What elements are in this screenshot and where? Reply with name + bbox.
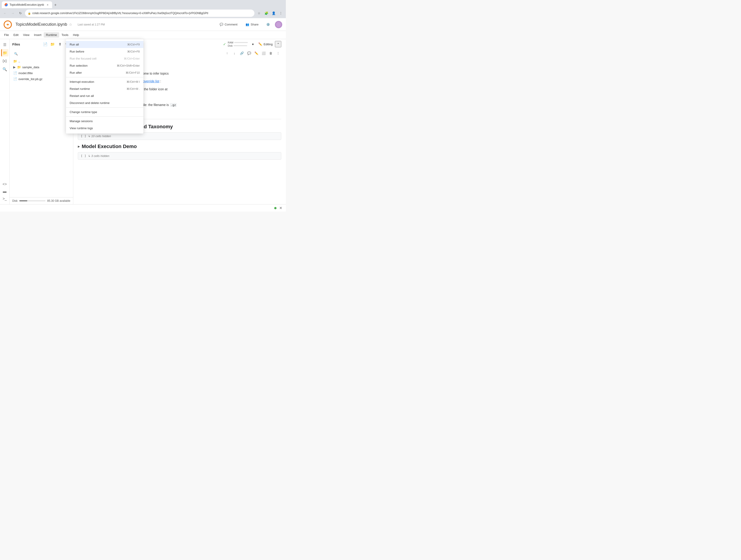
folder-expand-icon: ▶ <box>13 65 16 69</box>
tab-bar: TopicsModelExecution.ipynb ✕ + <box>0 0 286 8</box>
forward-button[interactable]: → <box>10 10 16 16</box>
extensions-button[interactable]: 🧩 <box>263 10 269 16</box>
edit-cell-button[interactable]: ✏️ <box>253 50 259 57</box>
new-folder-button[interactable]: 📁 <box>49 41 56 47</box>
menu-runtime[interactable]: Runtime <box>44 32 59 37</box>
menu-tools[interactable]: Tools <box>59 32 71 37</box>
move-up-button[interactable]: ↑ <box>224 50 230 57</box>
command-palette-button[interactable]: ▬ <box>1 188 8 195</box>
menu-run-all[interactable]: Run all ⌘/Ctrl+F9 <box>66 41 143 48</box>
mirror-button[interactable]: ⬜ <box>260 50 267 57</box>
user-avatar[interactable] <box>275 21 282 28</box>
status-dot <box>274 207 276 209</box>
toc-button[interactable]: ☰ <box>1 41 8 48</box>
code-snippets-button[interactable]: <> <box>1 181 8 188</box>
comment-cell-button[interactable]: 💬 <box>246 50 252 57</box>
variables-button[interactable]: {x} <box>1 57 8 65</box>
search-notebook-button[interactable]: 🔍 <box>1 66 8 73</box>
comment-icon: 💬 <box>220 23 223 26</box>
nav-bar: ← → ↻ 🔒 colab.research.google.com/drive/… <box>0 8 286 18</box>
terminal-button[interactable]: >_ <box>1 195 8 203</box>
file-item-override-list[interactable]: 📄 override_list.pb.gz <box>11 76 71 82</box>
file-icon: 📄 <box>13 71 17 75</box>
menu-change-runtime-type[interactable]: Change runtime type <box>66 108 143 115</box>
address-bar[interactable]: 🔒 colab.research.google.com/drive/1Fk1lZ… <box>25 10 255 17</box>
file-icon: 📄 <box>13 77 17 81</box>
menu-run-before[interactable]: Run before ⌘/Ctrl+F8 <box>66 48 143 55</box>
menu-group-run: Run all ⌘/Ctrl+F9 Run before ⌘/Ctrl+F8 R… <box>66 40 143 77</box>
section-arrow-icon-2: ▶ <box>78 145 80 148</box>
browser-frame: TopicsModelExecution.ipynb ✕ + ← → ↻ 🔒 c… <box>0 0 286 212</box>
lock-icon: 🔒 <box>28 12 31 15</box>
file-item-model-tflite[interactable]: 📄 model.tflite <box>11 70 71 76</box>
file-item-name: sample_data <box>22 66 39 69</box>
star-icon[interactable]: ☆ <box>69 22 72 27</box>
bookmark-button[interactable]: ☆ <box>256 10 262 16</box>
resource-bar: ✓ RAM Disk ▾ <box>223 41 256 47</box>
address-text: colab.research.google.com/drive/1Fk1lZO6… <box>32 12 252 15</box>
delete-cell-button[interactable]: 🗑 <box>268 50 274 57</box>
file-item-dotdot[interactable]: 📁 .. <box>11 58 71 64</box>
override-list-link[interactable]: override list <box>143 79 159 83</box>
reload-button[interactable]: ↻ <box>17 10 24 16</box>
menu-interrupt[interactable]: Interrupt execution ⌘/Ctrl+M I <box>66 78 143 85</box>
header-right: 💬 Comment 👥 Share ⚙️ <box>217 20 282 29</box>
more-options-button[interactable]: ⋮ <box>275 50 281 57</box>
ram-label: RAM <box>228 41 248 44</box>
tab-close-button[interactable]: ✕ <box>46 3 49 7</box>
menu-restart[interactable]: Restart runtime ⌘/Ctrl+M . <box>66 85 143 92</box>
settings-button[interactable]: ⚙️ <box>264 20 272 29</box>
menu-button[interactable]: ⋮ <box>278 10 284 16</box>
cell-bracket: [ ] <box>81 135 86 138</box>
menu-bar: File Edit View Insert Runtime Tools Help… <box>0 31 286 39</box>
profile-button[interactable]: 👤 <box>270 10 277 16</box>
disk-available: 85.30 GB available <box>47 199 70 203</box>
menu-insert[interactable]: Insert <box>31 32 44 37</box>
notebook-title: TopicsModelExecution.ipynb ☆ <box>15 22 72 27</box>
sidebar-search: 🔍 <box>10 49 73 58</box>
sidebar: Files 📄 📁 ⬆ 👁 🔍 📁 .. <box>10 39 73 204</box>
status-bar: ✕ <box>0 204 286 212</box>
menu-view-logs[interactable]: View runtime logs <box>66 125 143 132</box>
menu-view[interactable]: View <box>21 32 31 37</box>
menu-run-selection[interactable]: Run selection ⌘/Ctrl+Shift+Enter <box>66 62 143 69</box>
back-button[interactable]: ← <box>2 10 8 16</box>
link-button[interactable]: 🔗 <box>239 50 245 57</box>
toolbar-bottom: <> ▬ >_ <box>1 181 8 204</box>
share-button[interactable]: 👥 Share <box>243 21 261 27</box>
disk-info: Disk 85.30 GB available <box>12 199 70 203</box>
tab-favicon <box>5 3 8 6</box>
file-item-sample-data[interactable]: ▶ 📁 sample_data <box>11 64 71 70</box>
runtime-dropdown-menu: Run all ⌘/Ctrl+F9 Run before ⌘/Ctrl+F8 R… <box>66 39 143 134</box>
files-button[interactable]: 📁 <box>1 49 8 57</box>
editing-button[interactable]: ✏️ Editing <box>256 42 275 47</box>
sidebar-header: Files 📄 📁 ⬆ 👁 <box>10 39 73 49</box>
section-model-header[interactable]: ▶ Model Execution Demo <box>78 143 281 150</box>
app-header: TopicsModelExecution.ipynb ☆ Last saved … <box>0 18 286 31</box>
cell-bracket-2: [ ] <box>81 154 86 158</box>
menu-run-after[interactable]: Run after ⌘/Ctrl+F10 <box>66 69 143 76</box>
menu-file[interactable]: File <box>2 32 11 37</box>
menu-disconnect-delete[interactable]: Disconnect and delete runtime <box>66 99 143 106</box>
menu-edit[interactable]: Edit <box>11 32 21 37</box>
upload-file-button[interactable]: 📄 <box>42 41 49 47</box>
new-tab-button[interactable]: + <box>52 2 59 8</box>
resource-dropdown-button[interactable]: ▾ <box>250 41 256 47</box>
move-down-button[interactable]: ↓ <box>231 50 238 57</box>
file-item-name: .. <box>18 60 20 63</box>
comment-button[interactable]: 💬 Comment <box>217 21 240 27</box>
section-model-execution: ▶ Model Execution Demo [ ] ↳ 3 cells hid… <box>78 143 281 160</box>
menu-manage-sessions[interactable]: Manage sessions <box>66 117 143 125</box>
code-gz: .gz <box>170 103 177 107</box>
status-close-button[interactable]: ✕ <box>279 206 282 210</box>
upload-folder-button[interactable]: ⬆ <box>57 41 63 47</box>
menu-group-sessions: Manage sessions View runtime logs <box>66 117 143 133</box>
menu-restart-run-all[interactable]: Restart and run all <box>66 92 143 99</box>
connected-icon: ✓ <box>223 42 226 47</box>
left-toolbar: ☰ 📁 {x} 🔍 <> ▬ >_ <box>0 39 10 204</box>
menu-help[interactable]: Help <box>71 32 81 37</box>
active-tab[interactable]: TopicsModelExecution.ipynb ✕ <box>2 1 52 8</box>
collapse-toolbar-button[interactable]: ⌃ <box>275 41 281 47</box>
pencil-icon: ✏️ <box>258 42 262 46</box>
sidebar-search-button[interactable]: 🔍 <box>12 50 19 57</box>
